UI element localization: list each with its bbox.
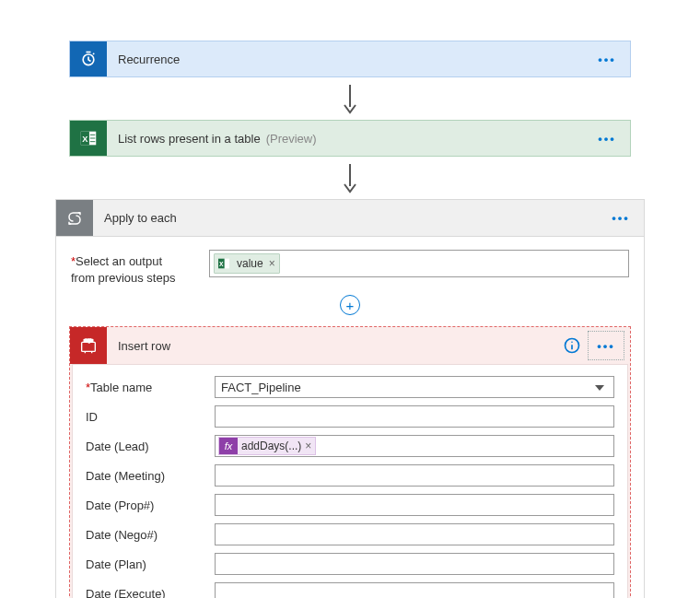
arrow-icon (0, 162, 700, 193)
excel-icon: X (215, 254, 233, 273)
token-text: value (237, 257, 265, 270)
recurrence-menu[interactable]: ••• (584, 41, 630, 76)
select-output-row: *Select an output from previous steps X … (71, 250, 629, 286)
insert-row-header[interactable]: SQL Insert row ••• (70, 327, 630, 364)
field-label: *Table name (86, 381, 215, 394)
field-date-lead: Date (Lead) fx addDays(...) × (86, 435, 614, 457)
field-label: Date (Lead) (86, 440, 215, 453)
info-icon[interactable] (556, 327, 588, 364)
date-meeting-input[interactable] (215, 464, 614, 487)
svg-rect-10 (82, 342, 96, 351)
remove-token-icon[interactable]: × (269, 257, 275, 270)
fx-text: addDays(...) (241, 440, 301, 452)
insert-row-card: SQL Insert row ••• *Table name FACT_Pipe… (69, 326, 631, 598)
field-label: Date (Nego#) (86, 528, 215, 542)
fx-token[interactable]: fx addDays(...) × (218, 437, 316, 455)
date-plan-input[interactable] (215, 553, 614, 575)
date-execute-input[interactable] (215, 582, 614, 598)
select-output-input[interactable]: X value × (209, 250, 629, 277)
apply-to-each-card[interactable]: Apply to each ••• (55, 199, 645, 236)
list-rows-label: List rows present in a table(Preview) (107, 121, 584, 156)
sql-icon: SQL (70, 327, 107, 364)
remove-token-icon[interactable]: × (305, 440, 311, 452)
id-input[interactable] (215, 405, 614, 428)
field-label: Date (Meeting) (86, 469, 215, 483)
apply-to-each-label: Apply to each (93, 200, 598, 236)
field-table-name: *Table name FACT_Pipeline (86, 376, 614, 398)
excel-icon: X (70, 121, 107, 156)
field-date-nego: Date (Nego#) (86, 523, 614, 545)
field-id: ID (86, 405, 614, 428)
apply-to-each-body: *Select an output from previous steps X … (55, 236, 645, 598)
field-date-plan: Date (Plan) (86, 553, 614, 575)
svg-point-15 (571, 342, 573, 344)
select-output-label: *Select an output from previous steps (71, 250, 191, 286)
svg-text:X: X (82, 135, 88, 144)
value-token[interactable]: X value × (214, 253, 280, 274)
clock-icon (70, 41, 107, 76)
add-action-button[interactable]: + (340, 295, 360, 315)
date-lead-input[interactable]: fx addDays(...) × (215, 435, 614, 457)
field-label: ID (86, 410, 215, 424)
recurrence-label: Recurrence (107, 41, 584, 76)
field-label: Date (Execute) (86, 587, 215, 598)
insert-row-menu[interactable]: ••• (588, 331, 624, 360)
field-label: Date (Prop#) (86, 498, 215, 512)
date-prop-input[interactable] (215, 494, 614, 516)
field-date-prop: Date (Prop#) (86, 494, 614, 516)
field-date-meeting: Date (Meeting) (86, 464, 614, 487)
arrow-icon (0, 83, 700, 114)
list-rows-menu[interactable]: ••• (584, 121, 630, 156)
insert-row-title: Insert row (107, 327, 556, 364)
field-label: Date (Plan) (86, 557, 215, 571)
loop-icon (56, 200, 93, 236)
list-rows-card[interactable]: X List rows present in a table(Preview) … (69, 120, 631, 157)
table-name-select[interactable]: FACT_Pipeline (215, 376, 614, 398)
svg-text:X: X (219, 261, 224, 267)
svg-text:SQL: SQL (85, 338, 93, 343)
insert-row-body: *Table name FACT_Pipeline ID Date (Lead)… (72, 364, 628, 598)
date-nego-input[interactable] (215, 523, 614, 545)
field-date-execute: Date (Execute) (86, 582, 614, 598)
apply-to-each-menu[interactable]: ••• (598, 200, 644, 236)
recurrence-card[interactable]: Recurrence ••• (69, 41, 631, 77)
fx-icon: fx (219, 438, 238, 454)
